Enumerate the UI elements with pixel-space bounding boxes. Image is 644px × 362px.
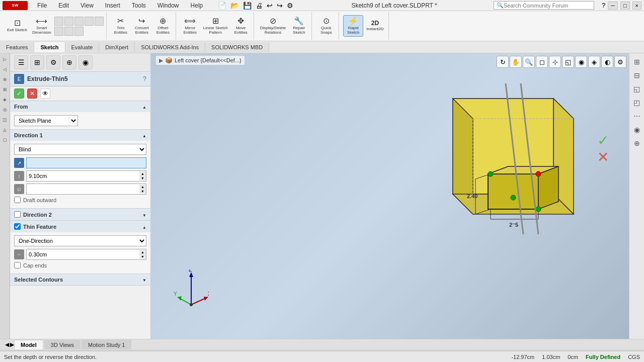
right-panel-btn-3[interactable]: ◱ xyxy=(631,83,643,95)
far-left-btn-4[interactable]: ⊞ xyxy=(1,85,9,94)
right-panel-btn-5[interactable]: ⋯ xyxy=(631,110,643,122)
right-panel-btn-6[interactable]: ◉ xyxy=(631,124,643,136)
right-panel-btn-1[interactable]: ⊞ xyxy=(631,56,643,68)
direction1-type-select[interactable]: Blind Through All Up To Vertex Up To Sur… xyxy=(14,144,146,155)
options-icon[interactable]: ⚙ xyxy=(285,1,295,10)
view-orient-button[interactable]: ⊹ xyxy=(549,56,561,68)
tab-dimxpert[interactable]: DimXpert xyxy=(99,42,135,52)
far-left-btn-6[interactable]: ◎ xyxy=(1,106,9,114)
from-type-select[interactable]: Sketch Plane Surface/Face/Plane Vertex O… xyxy=(14,115,78,126)
pan-view-button[interactable]: ✋ xyxy=(510,56,522,68)
menu-window[interactable]: Window xyxy=(155,1,181,10)
thin-feature-header[interactable]: Thin Feature xyxy=(10,221,150,232)
sidebar-color-icon[interactable]: ◉ xyxy=(78,55,93,69)
tab-evaluate[interactable]: Evaluate xyxy=(65,42,100,52)
menu-insert[interactable]: Insert xyxy=(103,1,122,10)
section-view-button[interactable]: ◱ xyxy=(562,56,574,68)
search-input[interactable] xyxy=(504,3,579,9)
direction2-section-header[interactable]: Direction 2 xyxy=(10,209,150,220)
repair-sketch-button[interactable]: 🔧 RepairSketch xyxy=(289,16,309,37)
direction1-section-header[interactable]: Direction 1 xyxy=(10,130,150,141)
open-icon[interactable]: 📂 xyxy=(229,1,240,10)
redo-icon[interactable]: ↪ xyxy=(275,1,284,10)
cancel-button[interactable]: ✕ xyxy=(27,88,37,99)
tab-mbd[interactable]: SOLIDWORKS MBD xyxy=(205,42,269,52)
secondary-up-button[interactable]: ▲ xyxy=(139,185,146,189)
hide-show-button[interactable]: ◉ xyxy=(575,56,587,68)
rect-tool-button[interactable] xyxy=(64,17,73,26)
menu-file[interactable]: File xyxy=(35,1,49,10)
sidebar-list-icon[interactable]: ☰ xyxy=(14,55,28,69)
secondary-input[interactable] xyxy=(27,184,139,194)
far-left-btn-2[interactable]: ◁ xyxy=(1,65,9,73)
far-left-btn-9[interactable]: ◻ xyxy=(1,136,9,144)
help-icon[interactable]: ? xyxy=(602,2,605,9)
zoom-button[interactable]: 🔍 xyxy=(523,56,535,68)
far-left-btn-8[interactable]: ◬ xyxy=(1,126,9,134)
text-tool-button[interactable] xyxy=(74,27,84,36)
print-icon[interactable]: 🖨 xyxy=(254,1,264,10)
thickness-up-button[interactable]: ▲ xyxy=(139,250,146,254)
line-tool-button[interactable] xyxy=(54,17,63,26)
rotate-view-button[interactable]: ↻ xyxy=(497,56,509,68)
depth-down-button[interactable]: ▼ xyxy=(139,176,146,180)
far-left-btn-3[interactable]: ⊕ xyxy=(1,75,9,83)
display-delete-relations-button[interactable]: ⊘ Display/DeleteRelations xyxy=(258,16,288,37)
instant2d-button[interactable]: 2D Instant2D xyxy=(364,19,385,33)
linear-sketch-pattern-button[interactable]: ⊞ Linear SketchPattern xyxy=(201,16,230,37)
search-box[interactable]: 🔍 xyxy=(494,1,594,10)
thickness-input[interactable]: 0.30cm xyxy=(27,249,139,259)
selected-contours-header[interactable]: Selected Contours xyxy=(10,274,150,285)
tab-addins[interactable]: SOLIDWORKS Add-Ins xyxy=(135,42,205,52)
sidebar-settings-icon[interactable]: ⚙ xyxy=(46,55,60,69)
thin-feature-type-select[interactable]: One-Direction Mid-Plane Two-Direction xyxy=(14,235,146,246)
right-panel-btn-2[interactable]: ⊟ xyxy=(631,69,643,81)
tab-features[interactable]: Features xyxy=(0,42,34,52)
display-style-button[interactable]: ◻ xyxy=(536,56,548,68)
rapid-sketch-button[interactable]: ⚡ RapidSketch xyxy=(343,15,363,37)
minimize-button[interactable]: ─ xyxy=(608,2,618,10)
menu-edit[interactable]: Edit xyxy=(56,1,71,10)
arc-tool-button[interactable] xyxy=(85,17,94,26)
smart-dimension-button[interactable]: ⟷ SmartDimension xyxy=(30,16,53,37)
sidebar-grid-icon[interactable]: ⊞ xyxy=(30,55,44,69)
cap-ends-label[interactable]: Cap ends xyxy=(23,262,47,268)
right-panel-btn-4[interactable]: ◰ xyxy=(631,97,643,109)
draft-outward-label[interactable]: Draft outward xyxy=(23,197,56,203)
far-left-btn-5[interactable]: ◈ xyxy=(1,96,9,104)
secondary-down-button[interactable]: ▼ xyxy=(139,189,146,194)
undo-icon[interactable]: ↩ xyxy=(265,1,274,10)
draft-outward-checkbox[interactable] xyxy=(14,197,21,203)
scroll-right-icon[interactable]: ▶ xyxy=(10,341,14,348)
menu-help[interactable]: Help xyxy=(189,1,205,10)
menu-tools[interactable]: Tools xyxy=(130,1,148,10)
menu-view[interactable]: View xyxy=(78,1,96,10)
maximize-button[interactable]: □ xyxy=(620,2,630,10)
bottom-tab-motion[interactable]: Motion Study 1 xyxy=(82,340,131,349)
direction1-field[interactable] xyxy=(26,157,146,168)
direction2-checkbox[interactable] xyxy=(14,211,21,218)
thin-feature-checkbox[interactable] xyxy=(14,223,21,230)
ellipse-tool-button[interactable] xyxy=(64,27,73,36)
thickness-down-button[interactable]: ▼ xyxy=(139,254,146,259)
bottom-tab-model[interactable]: Model xyxy=(14,340,43,349)
confirm-button[interactable]: ✓ xyxy=(14,88,24,99)
cap-ends-checkbox[interactable] xyxy=(14,262,21,268)
depth-up-button[interactable]: ▲ xyxy=(139,171,146,176)
new-icon[interactable]: 📄 xyxy=(216,1,228,10)
circle-tool-button[interactable] xyxy=(74,17,84,26)
exit-sketch-button[interactable]: ⊡ Exit Sketch xyxy=(5,18,29,34)
view-settings-button[interactable]: ⚙ xyxy=(614,56,626,68)
offset-entities-button[interactable]: ⊕ OffsetEntities xyxy=(153,16,173,37)
close-button[interactable]: × xyxy=(632,2,641,10)
right-panel-btn-7[interactable]: ⊕ xyxy=(631,137,643,149)
quick-snaps-button[interactable]: ⊙ QuickSnaps xyxy=(316,16,336,37)
panel-help-icon[interactable]: ? xyxy=(143,75,146,82)
trim-entities-button[interactable]: ✂ TrimEntities xyxy=(111,16,131,37)
depth-input[interactable]: 9.10cm xyxy=(27,171,139,181)
move-entities-button[interactable]: ✥ MoveEntities xyxy=(231,16,251,37)
apply-scene-button[interactable]: ◐ xyxy=(601,56,613,68)
convert-entities-button[interactable]: ↪ ConvertEntities xyxy=(132,16,152,37)
save-icon[interactable]: 💾 xyxy=(242,1,253,10)
scroll-left-icon[interactable]: ◀ xyxy=(5,341,9,348)
